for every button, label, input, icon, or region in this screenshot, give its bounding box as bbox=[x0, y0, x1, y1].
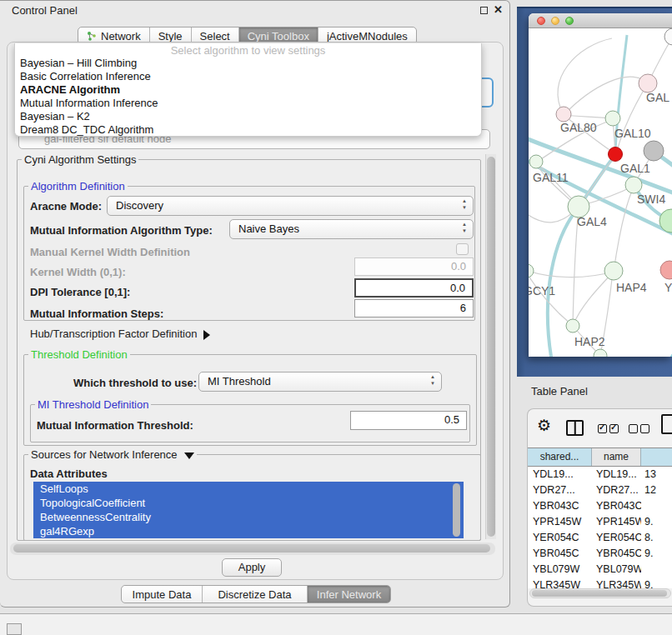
table-panel-title: Table Panel bbox=[531, 385, 588, 398]
cyni-bottom-tabs: Impute Data Discretize Data Infer Networ… bbox=[121, 585, 391, 603]
mi-steps-label: Mutual Information Steps: bbox=[30, 308, 163, 320]
attribute-item-selected[interactable]: TopologicalCoefficient bbox=[33, 496, 464, 510]
sources-group-label[interactable]: Sources for Network Inference bbox=[28, 448, 197, 461]
aracne-mode-label: Aracne Mode: bbox=[30, 200, 102, 212]
settings-vscrollbar-thumb[interactable] bbox=[487, 157, 495, 537]
column-header-partial[interactable] bbox=[641, 448, 672, 466]
node-label: GAL bbox=[646, 91, 669, 104]
mi-threshold-field[interactable]: 0.5 bbox=[350, 411, 467, 430]
node-label: GAL11 bbox=[533, 171, 569, 184]
table-hscrollbar-track[interactable] bbox=[529, 588, 671, 598]
attribute-list-scrollbar[interactable] bbox=[453, 483, 460, 537]
table-header-row: shared... name bbox=[528, 448, 672, 467]
network-desktop-canvas: GAL GAL80 GAL10 GAL1 SWI4 GAL11 GAL4 GCY… bbox=[517, 7, 672, 377]
close-icon[interactable]: ✕ bbox=[494, 3, 503, 16]
combo-arrows-icon bbox=[462, 222, 467, 233]
checked-columns-icon[interactable] bbox=[598, 423, 621, 436]
network-node[interactable] bbox=[566, 319, 579, 332]
minimize-traffic-icon[interactable] bbox=[551, 17, 559, 25]
algorithm-option[interactable]: Bayesian – Hill Climbing bbox=[15, 57, 481, 70]
mi-steps-field[interactable]: 6 bbox=[354, 299, 474, 318]
dpi-tolerance-label: DPI Tolerance [0,1]: bbox=[30, 286, 130, 298]
close-traffic-icon[interactable] bbox=[537, 17, 545, 25]
gear-icon[interactable]: ⚙ bbox=[537, 416, 551, 435]
expanded-arrow-icon[interactable] bbox=[184, 452, 194, 459]
algorithm-definition-label: Algorithm Definition bbox=[28, 180, 128, 192]
dpi-tolerance-field[interactable]: 0.0 bbox=[354, 278, 474, 298]
algorithm-popup-prompt: Select algorithm to view settings bbox=[15, 44, 481, 57]
node-label: HAP4 bbox=[616, 281, 647, 294]
table-row[interactable]: YPR145WYPR145W9. bbox=[528, 514, 672, 530]
algorithm-dropdown-popup: Select algorithm to view settings Bayesi… bbox=[14, 43, 482, 137]
node-label: Y bbox=[664, 281, 672, 294]
kernel-width-field[interactable]: 0.0 bbox=[354, 258, 474, 276]
attribute-item-selected[interactable]: gal4RGexp bbox=[33, 524, 464, 538]
algorithm-option[interactable]: Bayesian – K2 bbox=[15, 110, 481, 123]
attribute-item-selected[interactable]: BetweennessCentrality bbox=[33, 510, 464, 524]
data-attributes-label: Data Attributes bbox=[30, 468, 108, 480]
table-row[interactable]: YBR043CYBR043C bbox=[528, 498, 672, 514]
aracne-mode-combo[interactable]: Discovery bbox=[107, 196, 474, 216]
collapsed-arrow-icon[interactable] bbox=[203, 330, 210, 340]
table-row[interactable]: YDL19...YDL19...13 bbox=[528, 467, 672, 482]
column-header-shared[interactable]: shared... bbox=[528, 448, 592, 466]
hub-section-toggle[interactable]: Hub/Transcription Factor Definition bbox=[30, 328, 210, 340]
network-node[interactable] bbox=[556, 107, 571, 122]
bottom-strip bbox=[0, 614, 672, 635]
network-node-selected[interactable] bbox=[609, 148, 623, 162]
algorithm-option[interactable]: Dream8 DC_TDC Algorithm bbox=[15, 123, 481, 137]
float-icon[interactable] bbox=[480, 7, 488, 14]
control-panel-window: Control Panel ✕ Network Style Select Cyn… bbox=[0, 0, 510, 608]
network-node[interactable] bbox=[529, 155, 543, 168]
table-row[interactable]: YER054CYER054C8. bbox=[528, 530, 672, 546]
unchecked-columns-icon[interactable] bbox=[629, 423, 652, 436]
network-node[interactable] bbox=[625, 177, 642, 193]
network-icon bbox=[87, 31, 97, 41]
tab-impute-data[interactable]: Impute Data bbox=[122, 586, 203, 602]
table-panel: Table Panel ⚙ shared... name YDL19...YDL… bbox=[510, 377, 672, 613]
cyni-algorithm-settings-label: Cyni Algorithm Settings bbox=[22, 153, 138, 166]
algorithm-option-selected[interactable]: ARACNE Algorithm bbox=[15, 83, 481, 97]
network-node[interactable] bbox=[605, 111, 620, 126]
table-row[interactable]: YBR045CYBR045C9. bbox=[528, 546, 672, 562]
network-node-labels: GAL GAL80 GAL10 GAL1 SWI4 GAL11 GAL4 GCY… bbox=[529, 91, 672, 348]
node-label: SWI4 bbox=[637, 192, 665, 206]
algorithm-option[interactable]: Mutual Information Inference bbox=[15, 97, 481, 110]
which-threshold-label: Which threshold to use: bbox=[73, 377, 197, 389]
column-header-name[interactable]: name bbox=[592, 448, 641, 466]
attribute-item-selected[interactable]: SelfLoops bbox=[33, 482, 464, 496]
mi-type-label: Mutual Information Algorithm Type: bbox=[30, 224, 213, 237]
table-row[interactable]: YLR345WYLR345W9. bbox=[528, 578, 672, 588]
settings-hscrollbar-thumb[interactable] bbox=[13, 544, 490, 552]
mi-type-combo[interactable]: Naive Bayes bbox=[229, 219, 474, 239]
tab-discretize-data[interactable]: Discretize Data bbox=[203, 586, 308, 602]
network-node[interactable] bbox=[639, 74, 657, 92]
mi-threshold-label: Mutual Information Threshold: bbox=[37, 419, 193, 432]
threshold-definition-label: Threshold Definition bbox=[28, 348, 130, 361]
combo-arrows-icon bbox=[430, 374, 435, 386]
node-label: GAL10 bbox=[614, 127, 651, 140]
split-pane-icon[interactable] bbox=[566, 420, 584, 436]
network-node[interactable] bbox=[660, 261, 672, 279]
window-resize-icon[interactable] bbox=[7, 623, 22, 635]
document-icon[interactable] bbox=[661, 414, 672, 434]
which-threshold-combo[interactable]: MI Threshold bbox=[198, 372, 442, 392]
table-row[interactable]: YDR27...YDR27...12 bbox=[528, 482, 672, 498]
network-view-window[interactable]: GAL GAL80 GAL10 GAL1 SWI4 GAL11 GAL4 GCY… bbox=[529, 13, 672, 357]
table-panel-box: ⚙ shared... name YDL19...YDL19...13 YDR2… bbox=[527, 408, 672, 607]
table-row[interactable]: YBL079WYBL079W bbox=[528, 562, 672, 578]
network-window-titlebar[interactable] bbox=[529, 13, 672, 28]
algorithm-option[interactable]: Basic Correlation Inference bbox=[15, 70, 481, 83]
apply-button[interactable]: Apply bbox=[222, 558, 282, 577]
network-node[interactable] bbox=[644, 141, 664, 161]
network-node[interactable] bbox=[604, 262, 623, 280]
tab-infer-network[interactable]: Infer Network bbox=[308, 586, 390, 602]
manual-kernel-checkbox[interactable] bbox=[456, 243, 469, 255]
network-node[interactable] bbox=[664, 28, 672, 45]
table-hscrollbar-thumb[interactable] bbox=[532, 590, 667, 597]
zoom-traffic-icon[interactable] bbox=[565, 17, 574, 25]
network-graph[interactable]: GAL GAL80 GAL10 GAL1 SWI4 GAL11 GAL4 GCY… bbox=[529, 28, 672, 357]
node-attribute-table: shared... name YDL19...YDL19...13 YDR27.… bbox=[528, 448, 672, 588]
data-attributes-list: SelfLoops TopologicalCoefficient Between… bbox=[33, 482, 464, 538]
network-node[interactable] bbox=[529, 264, 534, 278]
